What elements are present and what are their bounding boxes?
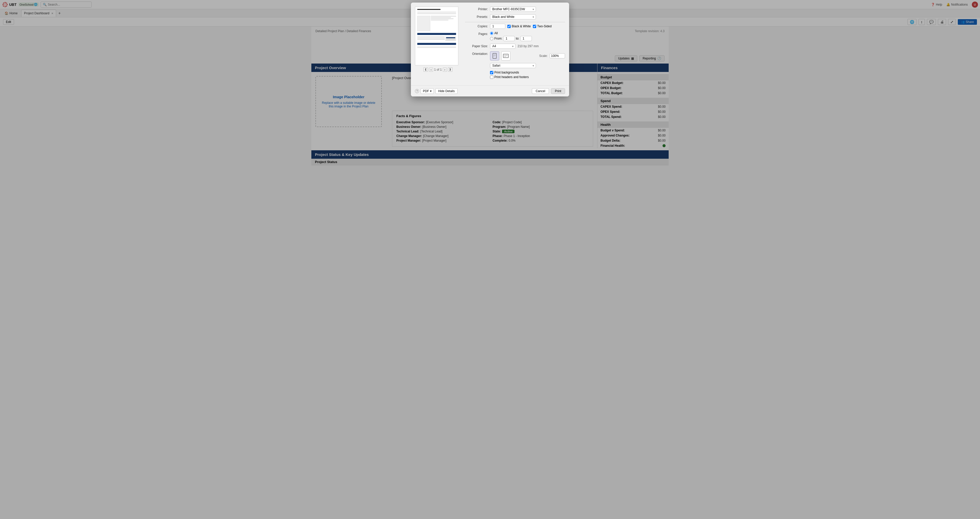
pages-all-label: All <box>494 31 498 35</box>
hide-details-button[interactable]: Hide Details <box>435 88 458 94</box>
orientation-row: Orientation: Scale: <box>465 51 565 60</box>
options-label-empty <box>465 71 488 72</box>
svg-rect-18 <box>493 53 496 59</box>
scale-input[interactable] <box>550 53 565 59</box>
pdf-label: PDF <box>423 89 429 93</box>
pages-to-label: to: <box>516 37 519 40</box>
print-confirm-button[interactable]: Print <box>551 88 565 94</box>
preview-last-btn[interactable]: ⟫ <box>448 67 452 72</box>
help-circle-button[interactable]: ? <box>415 89 419 93</box>
landscape-button[interactable] <box>501 51 511 60</box>
pages-all-radio[interactable] <box>490 32 493 35</box>
black-white-checkbox[interactable] <box>508 25 511 28</box>
scale-label: Scale: <box>539 54 548 58</box>
print-dialog-footer: ? PDF ▾ Hide Details Cancel Print <box>411 86 569 96</box>
preview-prev-btn[interactable]: ‹ <box>429 68 433 72</box>
print-options-row: Print backgrounds Print headers and foot… <box>465 71 565 79</box>
paper-size-select-wrapper[interactable]: A4 <box>490 44 515 49</box>
browser-select[interactable]: Safari <box>490 63 536 68</box>
print-backgrounds-row[interactable]: Print backgrounds <box>490 71 519 74</box>
print-footer-left: ? PDF ▾ Hide Details <box>415 88 458 94</box>
browser-select-wrapper[interactable]: Safari <box>490 63 536 68</box>
black-white-checkbox-row[interactable]: Black & White <box>508 24 531 28</box>
pdf-chevron-icon: ▾ <box>430 89 431 93</box>
presets-row: Presets: Black and White <box>465 14 565 19</box>
copies-label: Copies: <box>465 24 488 28</box>
print-headers-label: Print headers and footers <box>494 75 529 79</box>
preview-image <box>415 6 458 65</box>
presets-select-wrapper[interactable]: Black and White <box>490 14 536 19</box>
paper-size-dim: 210 by 297 mm <box>517 45 539 48</box>
two-sided-checkbox-row[interactable]: Two-Sided <box>533 24 552 28</box>
print-preview: ⟪ ‹ 1 of 1 › ⟫ <box>415 6 461 81</box>
pages-label: Pages: <box>465 31 488 36</box>
print-headers-row[interactable]: Print headers and footers <box>490 75 529 79</box>
pages-to-input[interactable] <box>520 36 532 41</box>
print-backgrounds-label: Print backgrounds <box>494 71 519 74</box>
portrait-button[interactable] <box>490 51 499 60</box>
paper-size-row: Paper Size: A4 210 by 297 mm <box>465 44 565 49</box>
pages-from-radio[interactable] <box>490 37 493 40</box>
printer-label: Printer: <box>465 6 488 11</box>
pages-from-input[interactable] <box>503 36 515 41</box>
copies-row: Copies: Black & White Two-Sided <box>465 24 565 29</box>
page-count: 1 of 1 <box>434 68 442 72</box>
orientation-label: Orientation: <box>465 51 488 56</box>
printer-select-wrapper[interactable]: Brother MFC-9335CDW <box>490 6 536 12</box>
two-sided-label: Two-Sided <box>537 24 552 28</box>
paper-size-select[interactable]: A4 <box>490 44 515 49</box>
printer-row: Printer: Brother MFC-9335CDW <box>465 6 565 12</box>
preview-next-btn[interactable]: › <box>443 68 447 72</box>
pages-from-row[interactable]: From: to: <box>490 36 532 41</box>
pages-row: Pages: All From: to: <box>465 31 565 41</box>
preview-first-btn[interactable]: ⟪ <box>423 67 428 72</box>
black-white-label: Black & White <box>512 24 531 28</box>
paper-size-label: Paper Size: <box>465 44 488 48</box>
print-dialog: ⟪ ‹ 1 of 1 › ⟫ Printer: Brother MFC-9335… <box>411 3 569 96</box>
pages-from-label: From: <box>494 37 502 40</box>
browser-label-empty <box>465 63 488 64</box>
presets-select[interactable]: Black and White <box>490 14 536 19</box>
print-dialog-body: ⟪ ‹ 1 of 1 › ⟫ Printer: Brother MFC-9335… <box>411 3 569 86</box>
pdf-button[interactable]: PDF ▾ <box>421 88 434 94</box>
printer-select[interactable]: Brother MFC-9335CDW <box>490 6 536 12</box>
print-footer-right: Cancel Print <box>532 88 565 94</box>
print-backgrounds-checkbox[interactable] <box>490 71 493 74</box>
pages-all-row[interactable]: All <box>490 31 498 35</box>
presets-label: Presets: <box>465 14 488 19</box>
cancel-button[interactable]: Cancel <box>532 88 549 94</box>
print-settings: Printer: Brother MFC-9335CDW Presets: <box>465 6 565 81</box>
copies-input[interactable] <box>490 24 505 29</box>
print-headers-checkbox[interactable] <box>490 75 493 79</box>
two-sided-checkbox[interactable] <box>533 25 536 28</box>
browser-row: Safari <box>465 63 565 68</box>
print-dialog-overlay: ⟪ ‹ 1 of 1 › ⟫ Printer: Brother MFC-9335… <box>0 0 980 519</box>
preview-nav: ⟪ ‹ 1 of 1 › ⟫ <box>415 67 461 72</box>
